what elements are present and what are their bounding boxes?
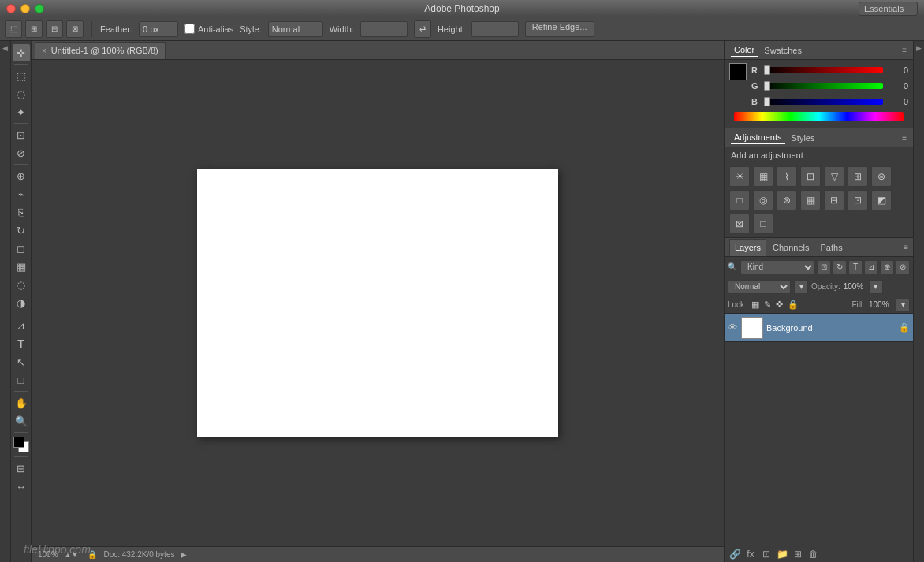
canvas[interactable] <box>197 169 558 437</box>
status-arrow[interactable]: ▶ <box>181 550 187 559</box>
invert-adj[interactable]: ⊟ <box>824 190 844 210</box>
color-panel-collapse[interactable]: ≡ <box>902 46 907 54</box>
delete-layer-btn[interactable]: 🗑 <box>807 547 821 561</box>
type-tool[interactable]: T <box>13 335 30 352</box>
tab-close-icon[interactable]: × <box>42 47 47 55</box>
canvas-viewport[interactable] <box>32 60 724 546</box>
layer-mask-btn[interactable]: ⊡ <box>759 547 773 561</box>
eyedropper-tool[interactable]: ⊘ <box>13 144 30 162</box>
tab-color[interactable]: Color <box>731 43 758 57</box>
clone-stamp-tool[interactable]: ⎘ <box>13 203 30 221</box>
swap-dimensions-btn[interactable]: ⇄ <box>414 20 431 38</box>
b-slider[interactable] <box>764 99 883 105</box>
lock-all-icon[interactable]: 🔒 <box>788 300 799 310</box>
move-tool[interactable]: ✜ <box>13 44 30 61</box>
new-layer-btn[interactable]: ⊞ <box>791 547 805 561</box>
rectangular-marquee-tool[interactable]: ⬚ <box>13 67 30 84</box>
history-brush-tool[interactable]: ↻ <box>13 221 30 239</box>
style-select[interactable]: Normal <box>268 21 323 37</box>
new-group-btn[interactable]: 📁 <box>775 547 789 561</box>
shape-tool[interactable]: □ <box>13 371 30 389</box>
hsl-adj[interactable]: ⊞ <box>848 166 868 187</box>
vibrance-adj[interactable]: ▽ <box>824 166 844 187</box>
workspace-select[interactable]: Essentials <box>859 2 918 16</box>
left-panel-collapse[interactable]: ◀ <box>0 41 11 562</box>
brightness-contrast-adj[interactable]: ☀ <box>729 166 750 187</box>
width-input[interactable] <box>360 21 408 37</box>
channel-mixer-adj[interactable]: ⊛ <box>777 190 797 210</box>
layer-filter-adj[interactable]: ↻ <box>833 260 847 274</box>
layer-style-btn[interactable]: fx <box>743 547 758 561</box>
fill-arrow[interactable]: ▾ <box>896 298 910 312</box>
zoom-tool[interactable]: 🔍 <box>13 412 30 430</box>
fill-value[interactable]: 100% <box>869 300 891 309</box>
adjustments-collapse[interactable]: ≡ <box>902 133 907 142</box>
tab-adjustments[interactable]: Adjustments <box>731 131 785 144</box>
zoom-arrows[interactable]: ▲▼ <box>65 551 79 559</box>
layer-item-background[interactable]: 👁 Background 🔒 <box>725 314 913 342</box>
blend-mode-arrow[interactable]: ▾ <box>794 280 808 294</box>
gradient-tool[interactable]: ▦ <box>13 258 30 275</box>
curves-adj[interactable]: ⌇ <box>777 166 797 187</box>
maximize-button[interactable] <box>35 4 44 13</box>
color-balance-adj[interactable]: ⊜ <box>871 166 892 187</box>
document-tab[interactable]: × Untitled-1 @ 100% (RGB/8) <box>35 42 166 59</box>
layer-filter-pixel[interactable]: ⊡ <box>817 260 831 274</box>
tab-styles[interactable]: Styles <box>788 132 818 144</box>
minimize-button[interactable] <box>20 4 30 13</box>
color-swatch[interactable] <box>13 437 29 452</box>
antialias-checkbox[interactable] <box>184 24 195 34</box>
lasso-tool[interactable]: ◌ <box>13 85 30 102</box>
brush-tool[interactable]: ⌁ <box>13 185 30 203</box>
color-spectrum[interactable] <box>734 112 904 121</box>
tab-paths[interactable]: Paths <box>816 239 848 256</box>
opacity-value[interactable]: 100% <box>844 282 866 291</box>
selective-color-adj[interactable]: □ <box>753 214 773 234</box>
magic-wand-tool[interactable]: ✦ <box>13 103 30 121</box>
tab-layers[interactable]: Layers <box>729 239 766 256</box>
blend-mode-select[interactable]: Normal <box>728 280 791 294</box>
close-button[interactable] <box>6 4 16 13</box>
layer-filter-text[interactable]: T <box>848 260 863 274</box>
subtract-selection-btn[interactable]: ⊟ <box>46 20 63 38</box>
layers-kind-select[interactable]: Kind <box>740 260 815 274</box>
lock-pixels-icon[interactable]: ▦ <box>751 300 759 310</box>
refine-edge-btn[interactable]: Refine Edge... <box>525 21 594 37</box>
layer-visibility-icon[interactable]: 👁 <box>728 322 738 333</box>
color-preview-swatch[interactable] <box>729 63 747 80</box>
quick-mask-tool[interactable]: ⊟ <box>13 460 30 477</box>
levels-adj[interactable]: ▦ <box>753 166 773 187</box>
gradient-map-adj[interactable]: ⊠ <box>729 214 750 234</box>
bw-adj[interactable]: □ <box>729 190 750 210</box>
hand-tool[interactable]: ✋ <box>13 394 30 411</box>
layers-collapse[interactable]: ≡ <box>904 243 908 251</box>
height-input[interactable] <box>471 21 519 37</box>
layer-filter-toggle[interactable]: ⊘ <box>896 260 910 274</box>
photo-filter-adj[interactable]: ◎ <box>753 190 773 210</box>
new-selection-btn[interactable]: ⬚ <box>5 20 22 38</box>
tab-swatches[interactable]: Swatches <box>761 44 805 57</box>
lock-move-icon[interactable]: ✜ <box>776 300 783 310</box>
screen-mode-btn[interactable]: ↔ <box>13 478 30 495</box>
r-slider[interactable] <box>764 67 883 73</box>
lock-position-icon[interactable]: ✎ <box>764 300 771 310</box>
path-selection-tool[interactable]: ↖ <box>13 353 30 370</box>
blur-tool[interactable]: ◌ <box>13 276 30 293</box>
layer-filter-shape[interactable]: ⊿ <box>864 260 878 274</box>
foreground-color[interactable] <box>13 437 24 448</box>
g-slider[interactable] <box>764 83 883 89</box>
crop-tool[interactable]: ⊡ <box>13 126 30 143</box>
layer-filter-smart[interactable]: ⊕ <box>880 260 894 274</box>
posterize-adj[interactable]: ⊡ <box>848 190 868 210</box>
healing-brush-tool[interactable]: ⊕ <box>13 167 30 184</box>
right-panel-collapse[interactable]: ▶ <box>913 41 924 562</box>
feather-input[interactable] <box>139 21 178 37</box>
pen-tool[interactable]: ⊿ <box>13 317 30 334</box>
eraser-tool[interactable]: ◻ <box>13 240 30 257</box>
opacity-arrow[interactable]: ▾ <box>869 280 883 294</box>
threshold-adj[interactable]: ◩ <box>871 190 892 210</box>
link-layers-btn[interactable]: 🔗 <box>728 547 742 561</box>
tab-channels[interactable]: Channels <box>768 239 814 256</box>
exposure-adj[interactable]: ⊡ <box>800 166 821 187</box>
antialias-group[interactable]: Anti-alias <box>184 24 233 34</box>
